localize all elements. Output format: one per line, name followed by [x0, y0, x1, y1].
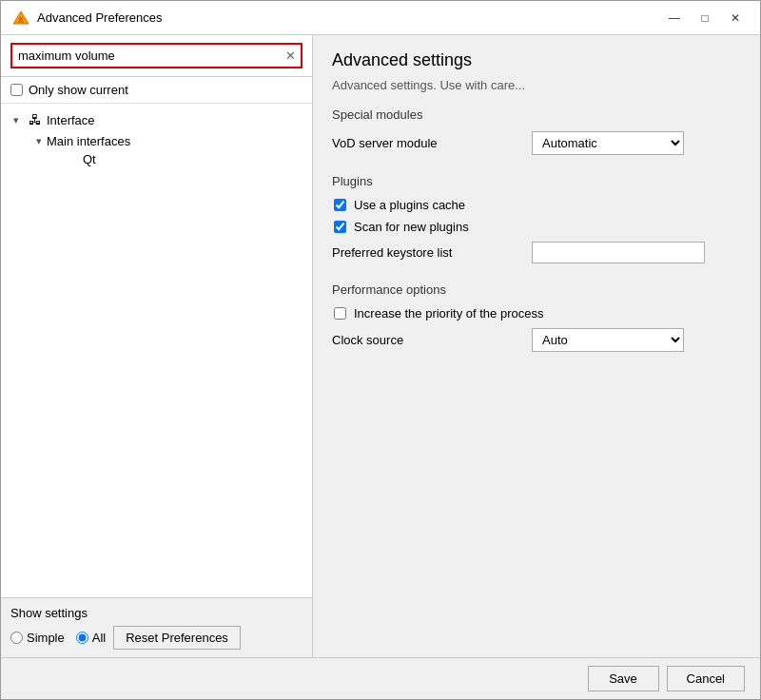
tree-children-main-interfaces: Qt — [20, 150, 312, 168]
keystore-label: Preferred keystore list — [332, 245, 522, 260]
keystore-row: Preferred keystore list — [332, 242, 741, 263]
radio-all: All — [76, 631, 106, 645]
only-show-current-checkbox[interactable] — [10, 84, 23, 96]
clock-source-row: Clock source Auto Default RDTSC Monotoni… — [332, 328, 741, 352]
search-input[interactable] — [12, 45, 281, 67]
right-panel: Advanced settings Advanced settings. Use… — [313, 35, 760, 657]
right-panel-subtitle: Advanced settings. Use with care... — [332, 78, 741, 92]
svg-rect-2 — [18, 21, 24, 23]
tree-item-main-interfaces: ▾ Main interfaces Qt — [20, 129, 312, 171]
window-title: Advanced Preferences — [37, 10, 163, 25]
minimize-button[interactable]: — — [661, 8, 688, 29]
tree-row-main-interfaces[interactable]: ▾ Main interfaces — [20, 132, 312, 150]
scan-plugins-checkbox[interactable] — [334, 221, 346, 233]
title-bar-buttons: — □ ✕ — [661, 8, 749, 29]
special-modules-section: Special modules VoD server module Automa… — [332, 107, 741, 155]
all-radio[interactable] — [76, 632, 88, 644]
search-input-wrapper: ✕ — [10, 43, 302, 68]
all-label: All — [92, 631, 106, 645]
tree-toggle-main-interfaces[interactable]: ▾ — [31, 135, 47, 147]
plugins-cache-label: Use a plugins cache — [354, 198, 465, 212]
radio-simple: Simple — [10, 631, 65, 645]
bottom-panel: Show settings Simple All Reset Preferenc… — [1, 597, 312, 657]
performance-section: Performance options Increase the priorit… — [332, 282, 741, 352]
search-clear-button[interactable]: ✕ — [281, 47, 301, 65]
right-panel-title: Advanced settings — [332, 50, 741, 70]
title-bar-left: Advanced Preferences — [12, 10, 163, 27]
title-bar: Advanced Preferences — □ ✕ — [1, 1, 760, 35]
main-content: ✕ Only show current ▾ 🖧 Interface — [1, 35, 760, 657]
vlc-icon — [12, 10, 29, 27]
vod-label: VoD server module — [332, 136, 522, 150]
advanced-preferences-window: Advanced Preferences — □ ✕ ✕ Only show c… — [0, 0, 761, 700]
vod-select[interactable]: Automatic None RTSP HTTP — [532, 131, 684, 155]
priority-checkbox[interactable] — [334, 307, 346, 320]
interface-icon: 🖧 — [29, 112, 42, 127]
tree-row-interface[interactable]: ▾ 🖧 Interface — [1, 110, 312, 129]
maximize-button[interactable]: □ — [692, 8, 718, 29]
radio-group: Simple All — [10, 631, 106, 645]
priority-label: Increase the priority of the process — [354, 306, 543, 321]
tree-children-interface: ▾ Main interfaces Qt — [1, 129, 312, 171]
tree-item-interface: ▾ 🖧 Interface ▾ Main interfaces — [1, 107, 312, 174]
keystore-input[interactable] — [532, 242, 705, 263]
main-interfaces-label: Main interfaces — [47, 134, 130, 148]
interface-label: Interface — [47, 113, 95, 127]
only-show-current-row: Only show current — [1, 77, 312, 104]
plugins-cache-row: Use a plugins cache — [334, 198, 741, 212]
only-show-current-label: Only show current — [29, 83, 128, 97]
scan-plugins-label: Scan for new plugins — [354, 220, 469, 234]
footer: Save Cancel — [1, 657, 760, 699]
simple-label: Simple — [27, 631, 65, 645]
tree-toggle-qt — [68, 154, 83, 165]
show-settings-label: Show settings — [10, 606, 302, 620]
search-bar: ✕ — [1, 35, 312, 77]
cancel-button[interactable]: Cancel — [667, 666, 745, 691]
scan-plugins-row: Scan for new plugins — [334, 220, 741, 234]
qt-label: Qt — [83, 152, 96, 166]
special-modules-title: Special modules — [332, 107, 741, 122]
tree-row-qt[interactable]: Qt — [39, 150, 312, 168]
left-panel: ✕ Only show current ▾ 🖧 Interface — [1, 35, 313, 657]
plugins-section: Plugins Use a plugins cache Scan for new… — [332, 174, 741, 263]
reset-preferences-button[interactable]: Reset Preferences — [113, 626, 241, 650]
priority-row: Increase the priority of the process — [334, 306, 741, 321]
show-settings-row: Simple All Reset Preferences — [10, 626, 302, 650]
simple-radio[interactable] — [10, 632, 23, 644]
performance-title: Performance options — [332, 282, 741, 297]
save-button[interactable]: Save — [588, 666, 659, 691]
plugins-cache-checkbox[interactable] — [334, 199, 346, 211]
plugins-title: Plugins — [332, 174, 741, 188]
close-button[interactable]: ✕ — [722, 8, 749, 29]
clock-select[interactable]: Auto Default RDTSC Monotonic — [532, 328, 684, 352]
tree-view: ▾ 🖧 Interface ▾ Main interfaces — [1, 104, 312, 597]
vod-server-row: VoD server module Automatic None RTSP HT… — [332, 131, 741, 155]
tree-toggle-interface[interactable]: ▾ — [9, 114, 24, 126]
clock-label: Clock source — [332, 333, 522, 347]
